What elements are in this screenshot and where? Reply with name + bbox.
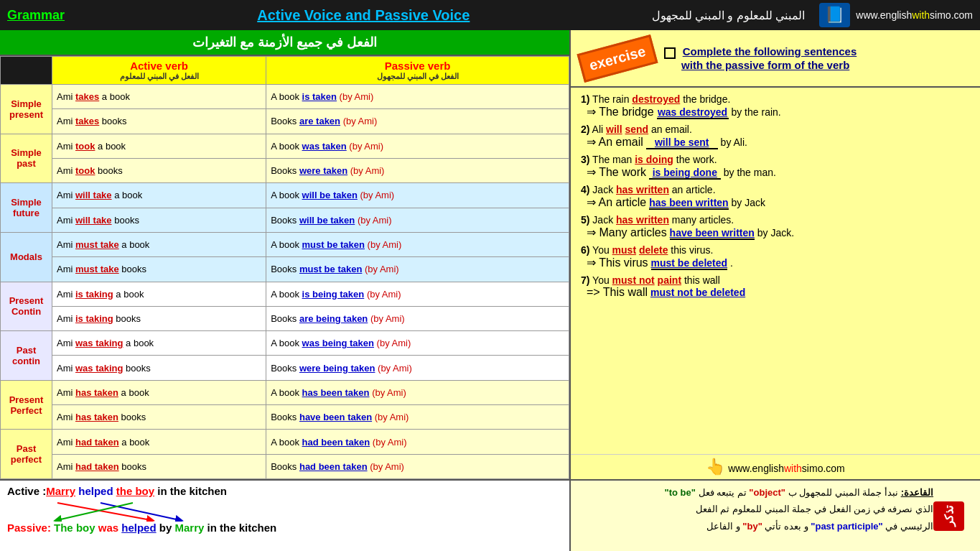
passive-answer: ⇒ An email will be sent by Ali. — [587, 135, 970, 149]
passive-cell: Books had been taken (by Ami) — [266, 454, 569, 478]
arrows-diagram — [7, 501, 366, 522]
website-bar: 👆 www.englishwithsimo.com — [571, 454, 980, 479]
exercise-item: 5) Jack has written many articles.⇒ Many… — [581, 214, 970, 240]
passive-cell: Books were being taken (by Ami) — [266, 356, 569, 380]
exercise-stamp: exercise — [577, 34, 658, 82]
active-verb-header: Active verb الفعل في المبني للمعلوم — [52, 57, 266, 85]
arabic-subtitle: الفعل في جميع الأزمنة مع التغيرات — [0, 30, 569, 56]
tense-label: Simplefuture — [1, 183, 52, 233]
logo-box: 📘 — [819, 3, 850, 27]
passive-cell: A book is taken (by Ami) — [266, 85, 569, 109]
active-sentence: 6) You must delete this virus. — [581, 244, 970, 256]
tense-label: Simplepast — [1, 134, 52, 183]
active-cell: Ami will take books — [52, 208, 266, 232]
tense-label: PresentContin — [1, 282, 52, 331]
instruction-line2: with the passive form of the verb — [664, 59, 857, 71]
website-text: www.englishwithsimo.com — [728, 463, 845, 474]
passive-cell: A book was taken (by Ami) — [266, 134, 569, 158]
passive-cell: Books have been taken (by Ami) — [266, 405, 569, 430]
tense-label: Modals — [1, 232, 52, 282]
active-sentence: 4) Jack has written an article. — [581, 184, 970, 195]
arabic-title: المبني للمعلوم و المبني للمجهول — [652, 9, 806, 22]
active-cell: Ami will take a book — [52, 183, 266, 208]
passive-verb-header: Passive verb الفعل في المبني للمجهول — [266, 57, 569, 85]
active-sentence: 7) You must not paint this wall — [581, 274, 970, 286]
passive-answer: => This wall must not be deleted — [587, 286, 970, 299]
active-cell: Ami takes books — [52, 109, 266, 134]
active-sentence: 2) Ali will send an email. — [581, 124, 970, 135]
exercise-content: 1) The rain destroyed the bridge.⇒ The b… — [571, 88, 980, 454]
active-cell: Ami was taking books — [52, 356, 266, 380]
active-sentence: 5) Jack has written many articles. — [581, 214, 970, 226]
rule-stamp: تذكر — [933, 501, 964, 531]
tense-label: PresentPerfect — [1, 380, 52, 430]
active-sentence: 1) The rain destroyed the bridge. — [581, 93, 970, 105]
instruction-line1: Complete the following sentences — [683, 45, 857, 57]
passive-cell: A book will be taken (by Ami) — [266, 183, 569, 208]
exercise-item: 7) You must not paint this wall=> This w… — [581, 274, 970, 299]
passive-cell: A book is being taken (by Ami) — [266, 282, 569, 306]
main-container: الفعل في جميع الأزمنة مع التغيرات Active… — [0, 30, 980, 551]
exercise-item: 4) Jack has written an article.⇒ An arti… — [581, 184, 970, 210]
passive-cell: Books are being taken (by Ami) — [266, 306, 569, 330]
exercise-item: 2) Ali will send an email.⇒ An email wil… — [581, 124, 970, 149]
active-cell: Ami took a book — [52, 134, 266, 158]
active-cell: Ami has taken books — [52, 405, 266, 430]
passive-answer: ⇒ Many articles have been written by Jac… — [587, 226, 970, 240]
exercise-item: 6) You must delete this virus.⇒ This vir… — [581, 244, 970, 270]
passive-answer: ⇒ The work is being done by the man. — [587, 165, 970, 180]
active-cell: Ami must take books — [52, 257, 266, 282]
passive-answer: ⇒ The bridge was destroyed by the rain. — [587, 105, 970, 119]
passive-example: Passive: The boy was helped by Marry in … — [7, 522, 562, 534]
exercise-instruction: Complete the following sentences with th… — [664, 45, 857, 71]
active-cell: Ami took books — [52, 158, 266, 182]
active-cell: Ami had taken a book — [52, 430, 266, 454]
left-panel: الفعل في جميع الأزمنة مع التغيرات Active… — [0, 30, 571, 551]
exercise-item: 3) The man is doing the work.⇒ The work … — [581, 154, 970, 180]
grammar-rule-text: القاعدة: نبدأ جملة المبني للمجهول ب "obj… — [579, 484, 933, 534]
passive-cell: A book must be taken (by Ami) — [266, 232, 569, 256]
passive-cell: A book was being taken (by Ami) — [266, 331, 569, 356]
website-url: www.englishwithsimo.com — [856, 9, 973, 21]
grammar-rule: تذكر القاعدة: نبدأ جملة المبني للمجهول ب… — [571, 479, 980, 551]
passive-answer: ⇒ This virus must be deleted . — [587, 256, 970, 270]
checkbox-icon — [664, 47, 676, 59]
active-cell: Ami had taken books — [52, 454, 266, 478]
header: Grammar Active Voice and Passive Voice ا… — [0, 0, 980, 30]
exercise-item: 1) The rain destroyed the bridge.⇒ The b… — [581, 93, 970, 119]
example-section: Active :Marry helped the boy in the kitc… — [0, 479, 569, 551]
tense-label: Pastcontin — [1, 331, 52, 381]
active-cell: Ami is taking books — [52, 306, 266, 330]
passive-cell: Books will be taken (by Ami) — [266, 208, 569, 232]
passive-cell: Books must be taken (by Ami) — [266, 257, 569, 282]
grammar-table: Active verb الفعل في المبني للمعلوم Pass… — [0, 56, 569, 479]
active-cell: Ami takes a book — [52, 85, 266, 109]
passive-answer: ⇒ An article has been written by Jack — [587, 195, 970, 210]
passive-cell: A book has been taken (by Ami) — [266, 380, 569, 404]
active-cell: Ami is taking a book — [52, 282, 266, 306]
active-sentence: 3) The man is doing the work. — [581, 154, 970, 165]
active-cell: Ami was taking a book — [52, 331, 266, 356]
grammar-label: Grammar — [7, 8, 65, 23]
passive-cell: Books were taken (by Ami) — [266, 158, 569, 182]
tense-label: Pastperfect — [1, 430, 52, 479]
tense-label: Simplepresent — [1, 85, 52, 134]
passive-cell: Books are taken (by Ami) — [266, 109, 569, 134]
right-panel: exercise Complete the following sentence… — [571, 30, 980, 551]
active-cell: Ami has taken a book — [52, 380, 266, 404]
finger-icon: 👆 — [706, 458, 725, 476]
page-title: Active Voice and Passive Voice — [75, 7, 652, 24]
active-cell: Ami must take a book — [52, 232, 266, 256]
exercise-header: exercise Complete the following sentence… — [571, 30, 980, 88]
active-example: Active :Marry helped the boy in the kitc… — [7, 485, 562, 497]
passive-cell: A book had been taken (by Ami) — [266, 430, 569, 454]
